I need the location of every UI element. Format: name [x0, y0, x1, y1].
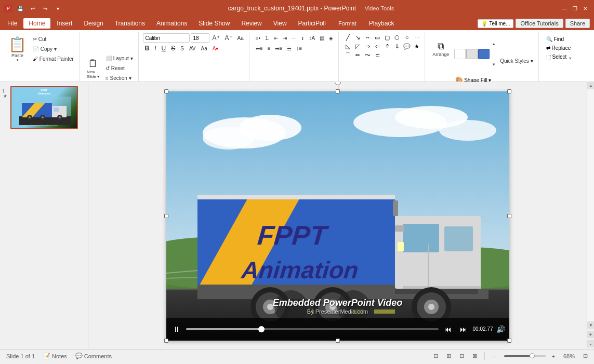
quick-styles-up-button[interactable]: ▲	[491, 33, 497, 54]
minimize-button[interactable]: —	[560, 4, 569, 13]
replace-button[interactable]: ⇄ Replace	[543, 44, 576, 52]
menu-playback[interactable]: Playback	[364, 18, 400, 29]
paste-button[interactable]: 📋 Paste ▾	[5, 33, 30, 64]
align-right-button[interactable]: ➡≡	[273, 44, 284, 53]
reading-view-button[interactable]: ⊟	[457, 352, 466, 360]
handle-top-right[interactable]	[507, 89, 511, 93]
shape-conn[interactable]: ⊏	[373, 51, 382, 59]
increase-indent-button[interactable]: ⇥	[281, 33, 289, 43]
progress-thumb[interactable]	[258, 326, 265, 332]
next-frame-button[interactable]: ⏭	[457, 323, 470, 335]
save-button[interactable]: 💾	[16, 4, 25, 13]
shadow-button[interactable]: S	[178, 44, 186, 53]
bold-button[interactable]: B	[143, 44, 152, 53]
prev-frame-button[interactable]: ⏮	[442, 323, 454, 335]
zoom-in-vertical[interactable]: +	[587, 331, 595, 338]
scroll-down-button[interactable]: ▼	[587, 321, 594, 329]
menu-transitions[interactable]: Transitions	[110, 18, 150, 29]
underline-button[interactable]: U	[160, 44, 168, 53]
menu-animations[interactable]: Animations	[151, 18, 192, 29]
pause-button[interactable]: ⏸	[170, 323, 183, 335]
office-tutorials-button[interactable]: Office Tutorials	[516, 19, 563, 28]
line-spacing-button[interactable]: ↕≡	[294, 44, 304, 53]
menu-file[interactable]: File	[2, 18, 22, 29]
convert-smartart-button[interactable]: ◈	[327, 33, 335, 43]
shape-rtarrow[interactable]: ⇒	[363, 42, 372, 50]
shape-scribble[interactable]: 〜	[363, 51, 372, 59]
shape-arrow[interactable]: ↘	[353, 33, 362, 42]
select-button[interactable]: ⬚ Select ⌄	[543, 53, 576, 61]
share-button[interactable]: Share	[565, 19, 590, 28]
italic-button[interactable]: I	[152, 44, 158, 53]
zoom-out-button[interactable]: —	[490, 353, 500, 360]
shape-snip-rect[interactable]: ⬡	[392, 33, 402, 42]
quick-styles-down-button[interactable]: ▼	[491, 54, 497, 75]
font-color-button[interactable]: A▾	[210, 44, 221, 53]
menu-view[interactable]: View	[268, 18, 292, 29]
presenter-view-button[interactable]: ⊠	[470, 352, 479, 360]
undo-button[interactable]: ↩	[28, 4, 37, 13]
restore-button[interactable]: ❐	[570, 4, 579, 13]
shape-more[interactable]: ⋯	[412, 33, 421, 42]
increase-font-button[interactable]: A⁺	[210, 33, 222, 43]
handle-top-left[interactable]	[164, 89, 168, 93]
new-slide-button[interactable]: 🗒 NewSlide ▾	[84, 53, 102, 83]
rotate-handle[interactable]	[335, 82, 341, 85]
font-name-select[interactable]: Calibri	[143, 33, 190, 43]
align-left-button[interactable]: ⬅≡	[254, 44, 265, 53]
shape-tri2[interactable]: ◸	[353, 42, 362, 50]
align-text-button[interactable]: ▤	[318, 33, 326, 43]
comments-button[interactable]: 💬 Comments	[73, 352, 114, 360]
layout-button[interactable]: ⬜ Layout ▾	[103, 53, 135, 63]
menu-slideshow[interactable]: Slide Show	[193, 18, 235, 29]
shape-uparrow[interactable]: ⇑	[382, 42, 392, 50]
reset-button[interactable]: ↺ Reset	[103, 63, 135, 73]
change-case-button[interactable]: Aa	[199, 44, 209, 53]
progress-bar[interactable]	[186, 328, 439, 330]
handle-bottom-center[interactable]	[336, 339, 340, 343]
copy-button[interactable]: 📄 Copy ▾	[31, 44, 76, 53]
shape-double-arrow[interactable]: ↔	[363, 33, 372, 42]
char-spacing-button[interactable]: AV	[187, 44, 198, 53]
shape-free[interactable]: ✏	[353, 51, 362, 59]
strikethrough-button[interactable]: S	[169, 44, 177, 53]
scroll-track[interactable]	[587, 89, 594, 321]
volume-button[interactable]: 🔊	[496, 325, 505, 333]
qs-swatch-3[interactable]	[478, 49, 490, 59]
clear-formatting-button[interactable]: Aa	[235, 33, 246, 43]
menu-review[interactable]: Review	[236, 18, 267, 29]
menu-home[interactable]: Home	[23, 18, 50, 29]
zoom-out-vertical[interactable]: -	[587, 340, 595, 347]
handle-middle-left[interactable]	[164, 214, 168, 218]
shape-star[interactable]: ★	[412, 42, 421, 50]
text-direction-button[interactable]: ↕A	[307, 33, 317, 43]
numbering-button[interactable]: 1.	[263, 33, 271, 43]
redo-button[interactable]: ↪	[41, 4, 50, 13]
shape-curve[interactable]: ⌒	[343, 51, 352, 59]
columns-button[interactable]: ⫾	[299, 33, 306, 43]
decrease-font-button[interactable]: A⁻	[223, 33, 234, 43]
tell-me-box[interactable]: 💡 Tell me...	[478, 19, 513, 28]
bullets-button[interactable]: ≡•	[254, 33, 262, 43]
cut-button[interactable]: ✂ Cut	[31, 34, 76, 44]
menu-participoll[interactable]: ParticiPoll	[293, 18, 331, 29]
find-button[interactable]: 🔍 Find	[543, 35, 576, 43]
format-painter-button[interactable]: 🖌 Format Painter	[31, 54, 76, 63]
handle-bottom-left[interactable]	[164, 339, 168, 343]
menu-format[interactable]: Format	[332, 19, 363, 28]
decrease-indent-button[interactable]: ⇤	[272, 33, 280, 43]
quick-access-customize-button[interactable]: ▾	[53, 4, 62, 13]
zoom-in-button[interactable]: +	[550, 353, 557, 360]
qs-swatch-1[interactable]	[454, 49, 466, 59]
quick-styles-more-button[interactable]: Quick Styles ▾	[498, 44, 535, 64]
qs-swatch-2[interactable]	[466, 49, 478, 59]
scroll-up-button[interactable]: ▲	[587, 82, 594, 89]
shape-rounded-rect[interactable]: ▢	[382, 33, 392, 42]
shape-callout[interactable]: 💬	[402, 42, 412, 50]
handle-bottom-right[interactable]	[507, 339, 511, 343]
shape-oval[interactable]: ○	[402, 33, 412, 42]
zoom-slider[interactable]	[504, 355, 546, 357]
close-button[interactable]: ✕	[580, 4, 590, 13]
shape-dnarrow[interactable]: ⇓	[392, 42, 402, 50]
smart-art-button[interactable]: ⋯	[289, 33, 299, 43]
